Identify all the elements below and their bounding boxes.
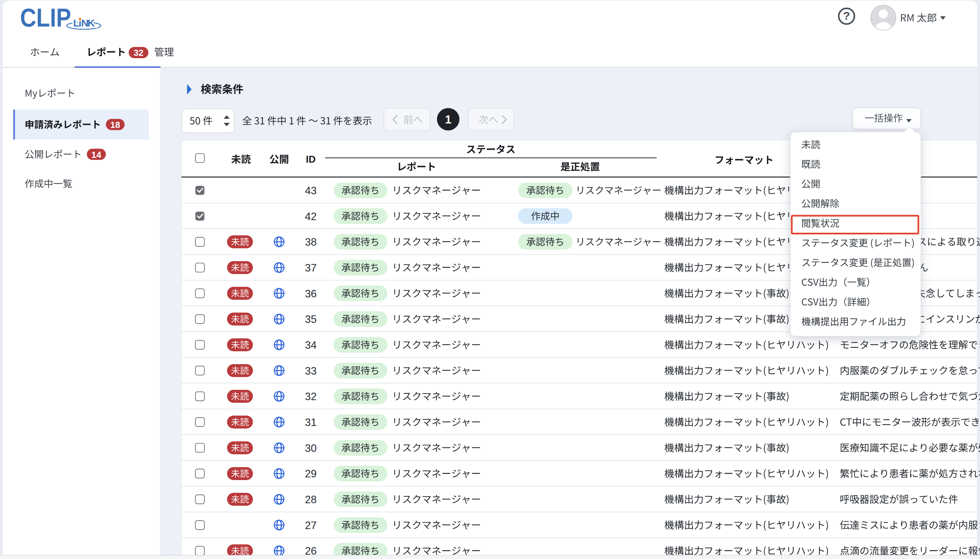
svg-text:32: 32 xyxy=(305,390,316,402)
svg-text:43: 43 xyxy=(305,185,316,197)
svg-text:K: K xyxy=(88,17,95,28)
svg-text:CLIP: CLIP xyxy=(20,3,71,32)
svg-text:27: 27 xyxy=(305,519,316,531)
svg-text:14: 14 xyxy=(91,150,101,160)
svg-text:18: 18 xyxy=(110,120,120,130)
svg-text:34: 34 xyxy=(305,339,316,351)
svg-text:ID: ID xyxy=(306,154,316,165)
svg-text:?: ? xyxy=(843,9,850,22)
svg-text:31: 31 xyxy=(305,417,316,428)
svg-text:1: 1 xyxy=(445,112,451,126)
svg-text:29: 29 xyxy=(305,468,316,480)
svg-text:28: 28 xyxy=(305,494,316,506)
svg-text:36: 36 xyxy=(305,288,316,300)
svg-text:32: 32 xyxy=(134,48,144,58)
svg-text:42: 42 xyxy=(305,211,316,223)
svg-text:30: 30 xyxy=(305,442,316,454)
svg-text:35: 35 xyxy=(305,313,316,325)
svg-text:33: 33 xyxy=(305,365,316,377)
svg-text:37: 37 xyxy=(305,262,316,274)
svg-text:38: 38 xyxy=(305,236,316,248)
